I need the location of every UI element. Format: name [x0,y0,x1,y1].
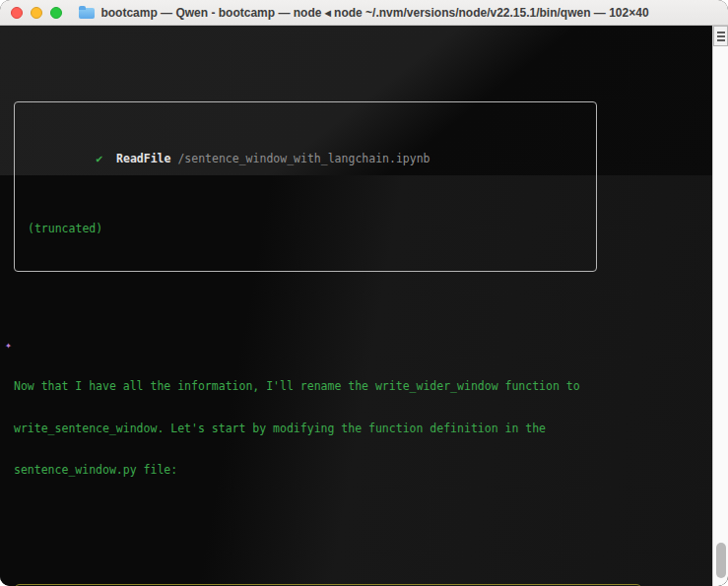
zoom-button[interactable] [50,7,62,19]
scrollbar-grip-icon[interactable] [713,26,728,46]
scrollbar-thumb[interactable] [716,543,726,578]
readfile-truncated-note: (truncated) [28,222,583,235]
assistant-line-3: sentence_window.py file: [14,463,712,477]
assistant-line-2: write_sentence_window. Let's start by mo… [14,422,712,435]
readfile-tool-box: ✔ ReadFile /sentence_window_with_langcha… [14,101,597,272]
terminal-window: bootcamp — Qwen - bootcamp — node ◂ node… [0,0,728,586]
assistant-message: ✦ Now that I have all the information, I… [14,338,712,505]
traffic-lights [11,0,62,26]
assistant-star-icon: ✦ [5,338,12,352]
terminal-screen: ✔ ReadFile /sentence_window_with_langcha… [0,26,728,586]
minimize-button[interactable] [31,7,42,19]
readfile-tool-label: ReadFile [116,152,170,165]
assistant-line-1: Now that I have all the information, I'l… [14,379,712,393]
readfile-path: /sentence_window_with_langchain.ipynb [177,152,430,165]
scrollbar[interactable] [712,26,728,586]
window-title: bootcamp — Qwen - bootcamp — node ◂ node… [100,6,648,20]
folder-icon [79,6,95,19]
close-button[interactable] [11,7,23,19]
terminal-content: ✔ ReadFile /sentence_window_with_langcha… [0,26,712,586]
titlebar: bootcamp — Qwen - bootcamp — node ◂ node… [0,0,728,26]
